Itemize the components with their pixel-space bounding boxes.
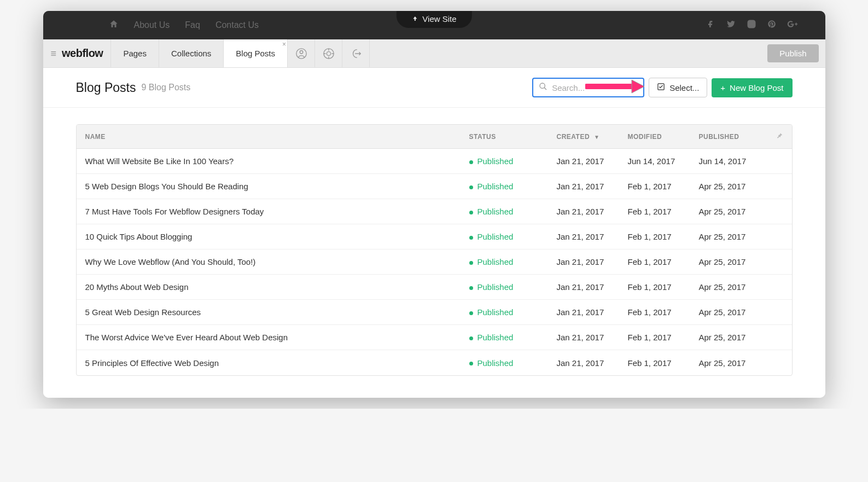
- nav-faq[interactable]: Faq: [185, 20, 200, 30]
- site-nav: About Us Faq Contact Us: [109, 19, 259, 31]
- editor-toolbar: ≡ webflow Pages Collections Blog Posts ×…: [43, 39, 825, 68]
- close-icon[interactable]: ×: [282, 40, 286, 48]
- cell-modified: Feb 1, 2017: [628, 307, 699, 317]
- status-text: Published: [477, 307, 514, 317]
- page-tools: Select... + New Blog Post: [532, 78, 792, 97]
- cell-created: Jan 21, 2017: [557, 333, 628, 342]
- cell-created: Jan 21, 2017: [557, 182, 628, 191]
- plus-icon: +: [720, 83, 725, 92]
- cell-modified: Feb 1, 2017: [628, 358, 699, 368]
- status-dot-icon: [469, 362, 473, 365]
- cell-name: What Will Website Be Like In 100 Years?: [85, 156, 469, 166]
- cell-modified: Feb 1, 2017: [628, 257, 699, 266]
- view-site-button[interactable]: View Site: [396, 11, 471, 28]
- col-header-created[interactable]: CREATED ▼: [557, 133, 628, 141]
- google-plus-icon[interactable]: [787, 19, 798, 32]
- facebook-icon[interactable]: [706, 20, 715, 31]
- tab-collections[interactable]: Collections: [159, 39, 224, 67]
- cell-modified: Feb 1, 2017: [628, 282, 699, 292]
- table-header-row: NAME STATUS CREATED ▼ MODIFIED PUBLISHED: [77, 125, 792, 149]
- table-row[interactable]: What Will Website Be Like In 100 Years?P…: [77, 149, 792, 174]
- cell-published: Apr 25, 2017: [699, 307, 770, 317]
- col-header-published[interactable]: PUBLISHED: [699, 133, 770, 141]
- cell-published: Apr 25, 2017: [699, 182, 770, 191]
- status-text: Published: [477, 232, 514, 241]
- sort-desc-icon: ▼: [594, 134, 599, 140]
- nav-contact-us[interactable]: Contact Us: [215, 20, 259, 30]
- status-text: Published: [477, 333, 514, 342]
- table-row[interactable]: Why We Love Webflow (And You Should, Too…: [77, 249, 792, 275]
- tab-blog-posts-label: Blog Posts: [236, 49, 275, 58]
- status-dot-icon: [469, 236, 473, 240]
- cell-created: Jan 21, 2017: [557, 257, 628, 266]
- status-dot-icon: [469, 185, 473, 189]
- instagram-icon[interactable]: [747, 19, 756, 31]
- cell-created: Jan 21, 2017: [557, 307, 628, 317]
- table-row[interactable]: 20 Myths About Web DesignPublishedJan 21…: [77, 275, 792, 300]
- cell-name: Why We Love Webflow (And You Should, Too…: [85, 257, 469, 266]
- cell-status: Published: [469, 156, 557, 166]
- cell-name: 5 Great Web Design Resources: [85, 307, 469, 317]
- tab-collections-label: Collections: [171, 49, 211, 58]
- status-text: Published: [477, 207, 514, 216]
- cell-status: Published: [469, 232, 557, 241]
- col-header-status[interactable]: STATUS: [469, 133, 557, 141]
- search-box[interactable]: [532, 78, 644, 97]
- table-row[interactable]: 5 Great Web Design ResourcesPublishedJan…: [77, 300, 792, 325]
- cell-name: The Worst Advice We've Ever Heard About …: [85, 333, 469, 342]
- cell-created: Jan 21, 2017: [557, 207, 628, 216]
- tab-pages[interactable]: Pages: [111, 39, 159, 67]
- select-button[interactable]: Select...: [649, 78, 707, 97]
- table-row[interactable]: The Worst Advice We've Ever Heard About …: [77, 325, 792, 350]
- home-icon[interactable]: [109, 19, 119, 31]
- col-header-modified[interactable]: MODIFIED: [628, 133, 699, 141]
- cell-name: 10 Quick Tips About Blogging: [85, 232, 469, 241]
- cell-published: Apr 25, 2017: [699, 232, 770, 241]
- new-blog-post-button[interactable]: + New Blog Post: [712, 78, 792, 97]
- table-row[interactable]: 5 Web Design Blogs You Should Be Reading…: [77, 174, 792, 199]
- page-title: Blog Posts: [76, 80, 136, 95]
- cell-published: Apr 25, 2017: [699, 358, 770, 368]
- table-row[interactable]: 10 Quick Tips About BloggingPublishedJan…: [77, 224, 792, 249]
- cell-status: Published: [469, 182, 557, 191]
- publish-button[interactable]: Publish: [767, 44, 818, 62]
- webflow-logo: webflow: [62, 47, 103, 60]
- twitter-icon[interactable]: [726, 19, 736, 31]
- col-header-pin[interactable]: [770, 132, 783, 141]
- nav-about-us[interactable]: About Us: [134, 20, 170, 30]
- pinterest-icon[interactable]: [767, 20, 776, 31]
- page-subtitle: 9 Blog Posts: [141, 83, 190, 92]
- status-dot-icon: [469, 311, 473, 315]
- cell-published: Apr 25, 2017: [699, 333, 770, 342]
- cell-name: 5 Principles Of Effective Web Design: [85, 358, 469, 368]
- view-site-label: View Site: [422, 14, 456, 24]
- annotation-arrow-icon: [585, 79, 645, 96]
- cell-published: Apr 25, 2017: [699, 282, 770, 292]
- col-header-created-label: CREATED: [557, 133, 590, 141]
- menu-icon[interactable]: ≡: [51, 49, 57, 59]
- cell-modified: Feb 1, 2017: [628, 182, 699, 191]
- cell-published: Jun 14, 2017: [699, 156, 770, 166]
- cell-name: 20 Myths About Web Design: [85, 282, 469, 292]
- page-header: Blog Posts 9 Blog Posts Select... +: [43, 68, 825, 107]
- cell-name: 7 Must Have Tools For Webflow Designers …: [85, 207, 469, 216]
- cell-status: Published: [469, 333, 557, 342]
- svg-point-2: [753, 21, 754, 22]
- social-links: [706, 19, 798, 32]
- status-text: Published: [477, 182, 514, 191]
- new-post-label: New Blog Post: [730, 83, 783, 92]
- svg-point-7: [540, 83, 545, 88]
- status-dot-icon: [469, 211, 473, 214]
- table-row[interactable]: 5 Principles Of Effective Web DesignPubl…: [77, 350, 792, 375]
- cell-published: Apr 25, 2017: [699, 257, 770, 266]
- svg-point-1: [750, 22, 753, 26]
- col-header-name[interactable]: NAME: [85, 133, 469, 141]
- tab-blog-posts[interactable]: Blog Posts ×: [224, 39, 288, 67]
- help-icon[interactable]: [315, 39, 342, 67]
- account-icon[interactable]: [288, 39, 315, 67]
- logout-icon[interactable]: [342, 39, 370, 67]
- arrow-up-icon: [411, 14, 418, 24]
- status-dot-icon: [469, 286, 473, 290]
- cell-modified: Jun 14, 2017: [628, 156, 699, 166]
- table-row[interactable]: 7 Must Have Tools For Webflow Designers …: [77, 199, 792, 224]
